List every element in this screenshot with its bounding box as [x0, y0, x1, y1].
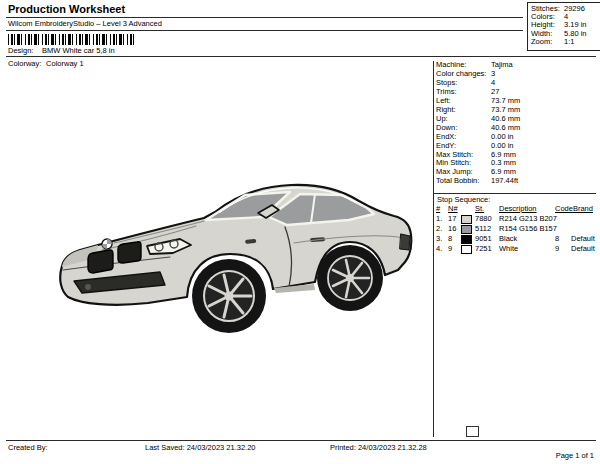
machine-row: Stops:4: [436, 79, 594, 88]
last-saved-value: 24/03/2023 21.32.20: [187, 443, 256, 452]
design-label: Design:: [8, 46, 40, 55]
table-row: 1. 17 7880 R214 G213 B207: [436, 214, 596, 224]
divider-subtitle: [6, 30, 523, 31]
color-brand: Default: [571, 234, 596, 244]
color-description: R154 G156 B157: [499, 224, 557, 234]
stop-num: 2.: [436, 224, 448, 234]
summary-row: Zoom:1:1: [531, 38, 600, 46]
stop-num: 3.: [436, 234, 448, 244]
color-brand: Default: [571, 244, 596, 254]
summary-label: Zoom:: [531, 38, 564, 46]
table-row: 4. 9 7251 White 9 Default: [436, 244, 596, 254]
design-barcode: [8, 34, 135, 45]
col-header-description: Description: [499, 204, 555, 213]
col-header-needle: N#: [448, 204, 461, 213]
design-preview-image: [52, 146, 432, 346]
stitch-count: 5112: [475, 224, 499, 234]
machine-row: Down:40.6 mm: [436, 124, 594, 133]
colorway-row: Colorway: Colorway 1: [8, 59, 84, 68]
divider-stop-sequence: [433, 193, 596, 194]
page-title: Production Worksheet: [8, 3, 125, 15]
table-row: 2. 16 5112 R154 G156 B157: [436, 224, 596, 234]
production-worksheet-page: Production Worksheet Wilcom EmbroiderySt…: [0, 0, 600, 464]
color-code: 8: [555, 234, 571, 244]
divider-top: [6, 17, 523, 18]
color-swatch: [461, 235, 472, 244]
col-header-stitches: St.: [475, 204, 499, 213]
color-description: R214 G213 B207: [499, 214, 557, 224]
stitch-count: 9051: [475, 234, 499, 244]
design-name: BMW White car 5,8 in: [42, 46, 115, 55]
color-description: White: [499, 244, 555, 254]
needle-num: 8: [448, 234, 461, 244]
summary-value: 1:1: [564, 38, 574, 46]
last-saved: Last Saved: 24/03/2023 21.32.20: [145, 443, 256, 452]
color-swatch: [461, 225, 472, 234]
color-swatch: [461, 245, 472, 254]
design-summary-box: Stitches:29296 Colors:4 Height:3.19 in W…: [527, 2, 600, 51]
page-number: Page 1 of 1: [556, 451, 594, 460]
printed-label: Printed:: [330, 443, 356, 452]
blank-note-box: [466, 426, 479, 437]
stop-sequence-header: # N# St. Description Code Brand: [436, 204, 596, 213]
machine-row-label: Total Bobbin:: [436, 177, 491, 186]
stop-sequence-title: Stop Sequence:: [437, 195, 490, 204]
colorway-label: Colorway:: [8, 59, 44, 68]
needle-num: 9: [448, 244, 461, 254]
needle-num: 16: [448, 224, 461, 234]
stop-num: 1.: [436, 214, 448, 224]
machine-row: EndX:0.00 in: [436, 133, 594, 142]
panel-separator: [433, 61, 434, 437]
col-header-code: Code: [555, 204, 573, 213]
stop-sequence-table: # N# St. Description Code Brand 1. 17 78…: [436, 204, 596, 254]
color-code: 9: [555, 244, 571, 254]
table-row: 3. 8 9051 Black 8 Default: [436, 234, 596, 244]
col-header-brand: Brand: [573, 204, 598, 213]
machine-row-value: 197.44ft: [491, 177, 518, 186]
divider-design: [6, 56, 596, 57]
printed-value: 24/03/2023 21.32.28: [358, 443, 427, 452]
last-saved-label: Last Saved:: [145, 443, 185, 452]
machine-row: Total Bobbin:197.44ft: [436, 177, 594, 186]
machine-info-panel: Machine:Tajima Color changes:3 Stops:4 T…: [436, 61, 594, 186]
machine-row: Color changes:3: [436, 70, 594, 79]
design-row: Design: BMW White car 5,8 in: [8, 46, 115, 55]
printed: Printed: 24/03/2023 21.32.28: [330, 443, 427, 452]
stitch-count: 7880: [475, 214, 499, 224]
color-swatch: [461, 215, 472, 224]
divider-footer: [6, 440, 596, 441]
software-version-label: Wilcom EmbroideryStudio – Level 3 Advanc…: [8, 19, 162, 28]
stitch-count: 7251: [475, 244, 499, 254]
created-by-label: Created By:: [8, 443, 48, 452]
stop-num: 4.: [436, 244, 448, 254]
col-header-num: #: [436, 204, 448, 213]
color-description: Black: [499, 234, 555, 244]
needle-num: 17: [448, 214, 461, 224]
colorway-name: Colorway 1: [46, 59, 84, 68]
